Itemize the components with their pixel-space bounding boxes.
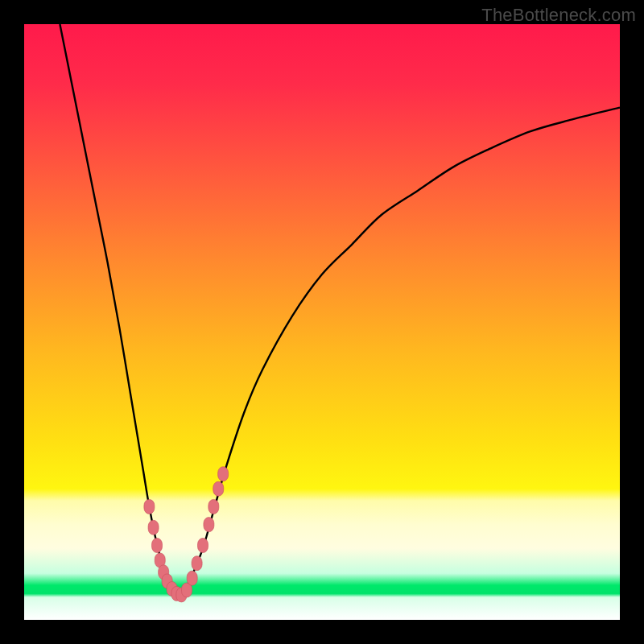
frame: TheBottleneck.com [0, 0, 644, 644]
data-marker [208, 499, 219, 514]
curve-right-branch [179, 108, 620, 597]
data-marker [218, 467, 229, 481]
data-marker [213, 481, 224, 496]
data-marker [187, 571, 197, 585]
data-marker [148, 520, 159, 535]
data-marker [198, 539, 208, 553]
curve-left-branch [60, 24, 179, 596]
plot-area [24, 24, 620, 620]
data-marker [152, 539, 163, 553]
marker-group [144, 467, 229, 602]
data-marker [204, 518, 214, 532]
data-marker [144, 499, 155, 514]
watermark-text: TheBottleneck.com [481, 5, 636, 26]
chart-svg [24, 24, 620, 620]
data-marker [192, 556, 202, 571]
